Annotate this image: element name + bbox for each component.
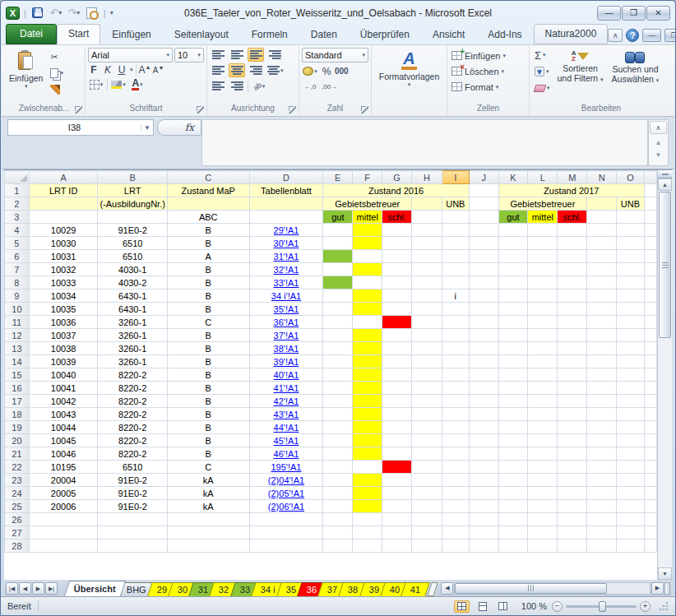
cell-2017-mittel[interactable] xyxy=(528,342,558,355)
scroll-down-button[interactable]: ▼ xyxy=(658,567,672,580)
cell-lrt-id[interactable]: 20004 xyxy=(29,474,98,487)
cell-unb-2017[interactable] xyxy=(617,224,645,237)
cell-J[interactable] xyxy=(469,513,498,526)
cell-2017-mittel[interactable] xyxy=(528,408,558,421)
formula-input[interactable] xyxy=(201,119,648,166)
cell-2017-gut[interactable] xyxy=(498,342,528,355)
column-header-B[interactable]: B xyxy=(98,171,167,184)
cell-J1[interactable] xyxy=(469,184,498,197)
cell-zustand-map[interactable]: kA xyxy=(167,487,249,500)
cell-2017-gut[interactable] xyxy=(498,526,528,540)
sheet-link[interactable]: 40'!A1 xyxy=(274,370,299,380)
cell-lrt[interactable]: 8220-2 xyxy=(98,368,167,382)
sheet-link[interactable]: 41'!A1 xyxy=(274,383,299,393)
cell-2016-mittel[interactable] xyxy=(353,434,382,447)
cell-unb-2017[interactable] xyxy=(617,474,645,487)
cell-N[interactable] xyxy=(587,408,617,421)
cell-J[interactable] xyxy=(469,447,498,461)
cell-N[interactable] xyxy=(587,342,617,355)
cell-2016-schl[interactable] xyxy=(382,474,412,487)
cell-J2[interactable] xyxy=(469,197,498,211)
sheet-link[interactable]: 31'!A1 xyxy=(274,252,299,262)
cell-2017-mittel[interactable] xyxy=(528,250,558,263)
sheet-link[interactable]: 46'!A1 xyxy=(274,449,299,459)
cell-2016-gut[interactable] xyxy=(323,237,353,250)
cell-2016-schl[interactable] xyxy=(382,487,412,500)
cell-J[interactable] xyxy=(469,526,498,540)
cell-2016-mittel[interactable] xyxy=(353,289,382,303)
cell-lrt[interactable] xyxy=(98,540,167,553)
workbook-restore-button[interactable]: ❐ xyxy=(664,29,676,42)
cell-unb-2017[interactable] xyxy=(617,540,645,553)
cell-tabellenblatt[interactable]: 195'!A1 xyxy=(249,461,323,474)
row-header-18[interactable]: 18 xyxy=(5,408,30,421)
cell-C2[interactable] xyxy=(167,197,249,211)
legend-mittel-2016[interactable]: mittel xyxy=(353,211,382,224)
cell-2016-gut[interactable] xyxy=(323,382,353,395)
cell-lrt-id[interactable]: 20006 xyxy=(29,500,98,513)
cell-unb-2017[interactable] xyxy=(617,303,645,316)
row-header-12[interactable]: 12 xyxy=(5,329,30,342)
cell-unb-2016[interactable] xyxy=(442,355,469,368)
column-header-partial[interactable] xyxy=(644,171,656,184)
cell-N[interactable] xyxy=(587,434,617,447)
sheet-link[interactable]: 43'!A1 xyxy=(274,410,299,419)
cell-tabellenblatt[interactable] xyxy=(249,540,323,553)
cell-zustand-map[interactable]: C xyxy=(167,316,249,329)
cell-2017-mittel[interactable] xyxy=(528,447,558,461)
cell-unb-2016[interactable] xyxy=(442,526,469,540)
cell-A3[interactable] xyxy=(29,211,98,224)
cell-tabellenblatt[interactable]: (2)04'!A1 xyxy=(249,474,323,487)
cell-lrt-id[interactable]: 10043 xyxy=(29,408,98,421)
horizontal-scrollbar[interactable]: ◀ ▶ xyxy=(436,580,672,596)
minimize-button[interactable]: — xyxy=(597,6,621,21)
cell-zustand-map[interactable]: B xyxy=(167,263,249,276)
cell-lrt-id[interactable]: 10038 xyxy=(29,342,98,355)
cell-H[interactable] xyxy=(412,408,442,421)
row-header-4[interactable]: 4 xyxy=(5,224,30,237)
cell-H[interactable] xyxy=(412,263,442,276)
cell-2017-schl[interactable] xyxy=(558,461,587,474)
row-header-13[interactable]: 13 xyxy=(5,342,30,355)
vertical-scrollbar[interactable]: ▲ ▼ xyxy=(657,170,672,580)
cell-2016-schl[interactable] xyxy=(382,421,412,434)
cell-2017-mittel[interactable] xyxy=(528,355,558,368)
header-unb-2017[interactable]: UNB xyxy=(617,197,645,211)
cell-lrt-id[interactable]: 10032 xyxy=(29,263,98,276)
cell-2016-schl[interactable] xyxy=(382,276,412,289)
cell-J[interactable] xyxy=(469,461,498,474)
cell-lrt[interactable] xyxy=(98,526,167,540)
cell-2016-schl[interactable] xyxy=(382,316,412,329)
row-header-6[interactable]: 6 xyxy=(5,250,30,263)
decrease-font-button[interactable]: A▼ xyxy=(153,65,164,75)
previous-sheet-button[interactable]: ◀ xyxy=(19,582,31,595)
cell-2017-mittel[interactable] xyxy=(528,513,558,526)
scroll-right-button[interactable]: ▶ xyxy=(651,582,664,595)
header-unb-2016[interactable]: UNB xyxy=(442,197,469,211)
cell-tabellenblatt[interactable]: 43'!A1 xyxy=(249,408,323,421)
cell-2016-schl[interactable] xyxy=(382,382,412,395)
cell-H[interactable] xyxy=(412,289,442,303)
cell-H[interactable] xyxy=(412,447,442,461)
cell-D2[interactable] xyxy=(249,197,323,211)
name-box[interactable]: I38 ▼ xyxy=(7,119,154,136)
cell-2017-mittel[interactable] xyxy=(528,382,558,395)
zoom-slider-thumb[interactable] xyxy=(599,601,606,612)
last-sheet-button[interactable]: ▶| xyxy=(45,582,58,595)
cell-2017-mittel[interactable] xyxy=(528,316,558,329)
cell-unb-2016[interactable] xyxy=(442,421,469,434)
sheet-link[interactable]: 36'!A1 xyxy=(274,317,299,327)
legend-mittel-2017[interactable]: mittel xyxy=(528,211,558,224)
row-header-26[interactable]: 26 xyxy=(5,513,30,526)
cell-I3[interactable] xyxy=(442,211,469,224)
ribbon-tab-überprüfen[interactable]: Überprüfen xyxy=(349,25,421,44)
ribbon-tab-add-ins[interactable]: Add-Ins xyxy=(476,25,533,44)
decrease-indent-button[interactable] xyxy=(210,79,226,93)
cell-J[interactable] xyxy=(469,487,498,500)
cell-2017-mittel[interactable] xyxy=(528,303,558,316)
cell-2016-mittel[interactable] xyxy=(353,526,382,540)
sort-filter-button[interactable]: AZ Sortierenund Filtern ▾ xyxy=(554,48,607,103)
workbook-minimize-button[interactable]: — xyxy=(642,29,661,42)
comma-style-button[interactable]: 000 xyxy=(335,67,349,76)
cell-2017-gut[interactable] xyxy=(498,474,528,487)
